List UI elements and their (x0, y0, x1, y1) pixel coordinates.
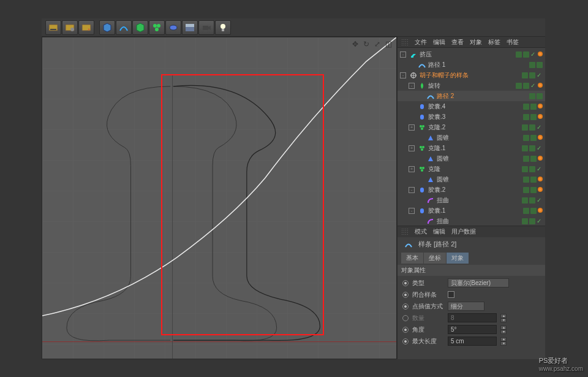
spinner-maxlen[interactable]: ▴▾ (500, 337, 507, 346)
menu-view[interactable]: 查看 (451, 38, 464, 47)
visibility-toggle[interactable] (530, 135, 537, 141)
tree-toggle[interactable]: - (409, 187, 415, 193)
attr-menu-edit[interactable]: 编辑 (433, 227, 445, 236)
vp-layout-icon[interactable]: ◫ (384, 40, 393, 48)
tab-basic[interactable]: 基本 (401, 253, 423, 264)
tree-toggle[interactable]: - (400, 51, 406, 58)
menu-edit[interactable]: 编辑 (433, 38, 445, 47)
tag-icon[interactable] (538, 114, 543, 119)
input-angle[interactable] (448, 325, 497, 334)
object-tree[interactable]: -挤压✓路径 1-胡子和帽子的样条✓-旋转✓路径 2胶囊.4胶囊.3+克隆.2✓… (398, 48, 545, 226)
visibility-toggle[interactable] (537, 93, 543, 99)
visibility-toggle[interactable] (529, 166, 535, 172)
vp-move-icon[interactable]: ✥ (351, 40, 360, 48)
input-count[interactable] (448, 313, 497, 322)
tree-row[interactable]: 圆锥 (398, 153, 545, 164)
grip-icon[interactable] (401, 228, 409, 235)
tag-icon[interactable] (538, 83, 543, 88)
spline-btn[interactable] (116, 20, 132, 35)
tree-row[interactable]: 胶囊.3 (398, 112, 545, 122)
visibility-toggle[interactable] (530, 208, 537, 214)
tree-toggle[interactable]: - (409, 83, 415, 89)
tag-icon[interactable] (538, 187, 543, 192)
visibility-toggle[interactable] (516, 51, 522, 58)
visibility-toggle[interactable] (522, 166, 528, 172)
radio-icon[interactable] (402, 327, 409, 333)
tree-row[interactable]: 扭曲✓ (398, 216, 545, 226)
radio-icon[interactable] (402, 292, 409, 298)
menu-tags[interactable]: 标签 (488, 38, 500, 47)
tree-row[interactable]: 扭曲✓ (398, 195, 545, 205)
tab-coord[interactable]: 坐标 (424, 253, 446, 264)
tree-row[interactable]: 路径 2 (398, 91, 545, 101)
tag-icon[interactable] (538, 208, 543, 213)
enable-check-icon[interactable]: ✓ (537, 72, 543, 78)
visibility-toggle[interactable] (530, 177, 537, 183)
tree-row[interactable]: -胶囊.2 (398, 185, 545, 195)
visibility-toggle[interactable] (522, 124, 528, 131)
visibility-toggle[interactable] (523, 51, 529, 58)
select-interp[interactable]: 细分 (448, 302, 484, 311)
tree-row[interactable]: -旋转✓ (398, 80, 545, 91)
spinner-angle[interactable]: ▴▾ (500, 326, 507, 334)
visibility-toggle[interactable] (523, 83, 529, 89)
render-region-btn[interactable] (78, 20, 94, 35)
tab-object[interactable]: 对象 (447, 253, 469, 264)
visibility-toggle[interactable] (516, 83, 522, 89)
visibility-toggle[interactable] (529, 72, 535, 78)
enable-check-icon[interactable]: ✓ (537, 166, 543, 172)
visibility-toggle[interactable] (537, 62, 543, 68)
visibility-toggle[interactable] (523, 156, 529, 162)
environment-btn[interactable] (182, 20, 198, 35)
tree-toggle[interactable]: + (409, 166, 415, 172)
tree-row[interactable]: +克隆✓ (398, 164, 545, 174)
tag-icon[interactable] (538, 51, 543, 56)
viewport[interactable]: ✥ ↻ ⤢ ◫ (42, 37, 397, 359)
visibility-toggle[interactable] (530, 156, 537, 162)
radio-icon[interactable] (402, 280, 409, 286)
vp-zoom-icon[interactable]: ⤢ (373, 40, 382, 48)
visibility-toggle[interactable] (523, 104, 529, 110)
visibility-toggle[interactable] (530, 104, 537, 110)
radio-icon[interactable] (402, 303, 409, 310)
visibility-toggle[interactable] (529, 93, 535, 99)
visibility-toggle[interactable] (522, 145, 528, 151)
render-settings-btn[interactable] (62, 20, 78, 35)
visibility-toggle[interactable] (529, 197, 535, 204)
input-maxlen[interactable] (448, 337, 497, 346)
tag-icon[interactable] (538, 104, 543, 109)
checkbox-close[interactable] (448, 291, 454, 298)
visibility-toggle[interactable] (529, 62, 535, 68)
radio-icon[interactable] (402, 315, 409, 321)
tree-toggle[interactable]: + (409, 124, 415, 131)
tree-row[interactable]: 圆锥 (398, 174, 545, 185)
enable-check-icon[interactable]: ✓ (530, 83, 537, 89)
enable-check-icon[interactable]: ✓ (537, 197, 543, 204)
tree-row[interactable]: 胶囊.4 (398, 101, 545, 112)
visibility-toggle[interactable] (523, 114, 529, 120)
menu-object[interactable]: 对象 (470, 38, 482, 47)
tree-row[interactable]: 路径 1 (398, 59, 545, 70)
tree-row[interactable]: -胶囊.1 (398, 205, 545, 216)
enable-check-icon[interactable]: ✓ (537, 218, 543, 224)
visibility-toggle[interactable] (523, 135, 529, 141)
tree-row[interactable]: +克隆.1✓ (398, 143, 545, 153)
visibility-toggle[interactable] (522, 218, 528, 224)
tree-row[interactable]: -胡子和帽子的样条✓ (398, 70, 545, 80)
visibility-toggle[interactable] (522, 197, 528, 204)
tree-toggle[interactable]: - (400, 72, 406, 78)
visibility-toggle[interactable] (529, 218, 535, 224)
visibility-toggle[interactable] (529, 145, 535, 151)
menu-file[interactable]: 文件 (415, 38, 427, 47)
tree-row[interactable]: -挤压✓ (398, 49, 545, 59)
enable-check-icon[interactable]: ✓ (530, 51, 537, 58)
radio-icon[interactable] (402, 338, 409, 345)
tag-icon[interactable] (538, 135, 543, 140)
visibility-toggle[interactable] (530, 114, 537, 120)
tree-toggle[interactable]: - (409, 208, 415, 214)
tag-icon[interactable] (538, 156, 543, 161)
camera-btn[interactable] (198, 20, 214, 35)
mograph-btn[interactable] (149, 20, 165, 35)
tag-icon[interactable] (538, 177, 543, 181)
vp-rotate-icon[interactable]: ↻ (362, 40, 371, 48)
